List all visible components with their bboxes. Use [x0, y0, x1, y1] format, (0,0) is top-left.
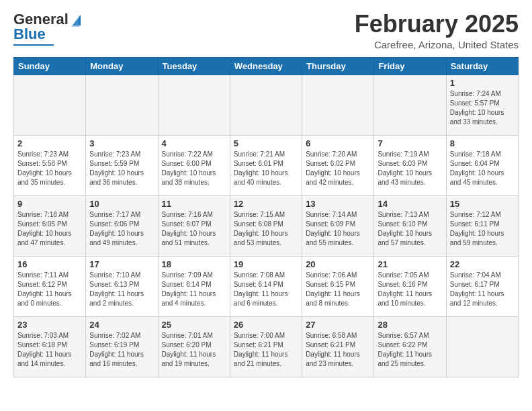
calendar-day-cell: 1Sunrise: 7:24 AM Sunset: 5:57 PM Daylig…	[446, 75, 518, 135]
day-info: Sunrise: 7:21 AM Sunset: 6:01 PM Dayligh…	[234, 150, 298, 187]
day-info: Sunrise: 7:11 AM Sunset: 6:12 PM Dayligh…	[17, 271, 82, 308]
calendar-day-cell: 27Sunrise: 6:58 AM Sunset: 6:21 PM Dayli…	[302, 316, 374, 377]
col-thursday: Thursday	[302, 57, 374, 75]
calendar-day-cell: 2Sunrise: 7:23 AM Sunset: 5:58 PM Daylig…	[14, 135, 86, 195]
calendar-day-cell: 5Sunrise: 7:21 AM Sunset: 6:01 PM Daylig…	[230, 135, 302, 195]
empty-cell	[158, 75, 230, 135]
day-number: 14	[378, 199, 442, 209]
calendar-day-cell: 23Sunrise: 7:03 AM Sunset: 6:18 PM Dayli…	[14, 316, 86, 377]
empty-cell	[86, 75, 158, 135]
empty-cell	[374, 75, 446, 135]
calendar-day-cell: 18Sunrise: 7:09 AM Sunset: 6:14 PM Dayli…	[158, 256, 230, 316]
day-info: Sunrise: 7:22 AM Sunset: 6:00 PM Dayligh…	[162, 150, 226, 187]
day-info: Sunrise: 7:01 AM Sunset: 6:20 PM Dayligh…	[162, 331, 226, 369]
title-block: February 2025 Carefree, Arizona, United …	[355, 11, 519, 50]
day-info: Sunrise: 7:08 AM Sunset: 6:14 PM Dayligh…	[234, 271, 298, 308]
calendar-day-cell: 20Sunrise: 7:06 AM Sunset: 6:15 PM Dayli…	[302, 256, 374, 316]
empty-cell	[446, 316, 518, 377]
day-info: Sunrise: 6:57 AM Sunset: 6:22 PM Dayligh…	[378, 331, 442, 369]
day-number: 5	[234, 138, 298, 148]
calendar-day-cell: 21Sunrise: 7:05 AM Sunset: 6:16 PM Dayli…	[374, 256, 446, 316]
day-number: 20	[306, 259, 370, 269]
day-info: Sunrise: 7:09 AM Sunset: 6:14 PM Dayligh…	[162, 271, 226, 308]
calendar-subtitle: Carefree, Arizona, United States	[355, 39, 519, 50]
col-saturday: Saturday	[446, 57, 518, 75]
day-number: 23	[17, 320, 82, 330]
calendar-day-cell: 17Sunrise: 7:10 AM Sunset: 6:13 PM Dayli…	[86, 256, 158, 316]
calendar-day-cell: 19Sunrise: 7:08 AM Sunset: 6:14 PM Dayli…	[230, 256, 302, 316]
day-info: Sunrise: 7:24 AM Sunset: 5:57 PM Dayligh…	[450, 89, 515, 127]
calendar-day-cell: 15Sunrise: 7:12 AM Sunset: 6:11 PM Dayli…	[446, 195, 518, 256]
col-sunday: Sunday	[14, 57, 86, 75]
calendar-day-cell: 26Sunrise: 7:00 AM Sunset: 6:21 PM Dayli…	[230, 316, 302, 377]
calendar-day-cell: 3Sunrise: 7:23 AM Sunset: 5:59 PM Daylig…	[86, 135, 158, 195]
day-info: Sunrise: 7:18 AM Sunset: 6:05 PM Dayligh…	[17, 210, 82, 248]
calendar-table: Sunday Monday Tuesday Wednesday Thursday…	[13, 57, 519, 377]
day-info: Sunrise: 6:58 AM Sunset: 6:21 PM Dayligh…	[306, 331, 370, 369]
empty-cell	[302, 75, 374, 135]
day-number: 17	[89, 259, 154, 269]
calendar-day-cell: 14Sunrise: 7:13 AM Sunset: 6:10 PM Dayli…	[374, 195, 446, 256]
calendar-day-cell: 7Sunrise: 7:19 AM Sunset: 6:03 PM Daylig…	[374, 135, 446, 195]
day-number: 28	[378, 320, 442, 330]
day-number: 1	[450, 78, 515, 88]
day-number: 25	[162, 320, 226, 330]
calendar-week-row: 2Sunrise: 7:23 AM Sunset: 5:58 PM Daylig…	[14, 135, 519, 195]
col-monday: Monday	[86, 57, 158, 75]
day-info: Sunrise: 7:05 AM Sunset: 6:16 PM Dayligh…	[378, 271, 442, 308]
calendar-week-row: 1Sunrise: 7:24 AM Sunset: 5:57 PM Daylig…	[14, 75, 519, 135]
day-number: 16	[17, 259, 82, 269]
day-info: Sunrise: 7:03 AM Sunset: 6:18 PM Dayligh…	[17, 331, 82, 369]
calendar-week-row: 9Sunrise: 7:18 AM Sunset: 6:05 PM Daylig…	[14, 195, 519, 256]
calendar-day-cell: 13Sunrise: 7:14 AM Sunset: 6:09 PM Dayli…	[302, 195, 374, 256]
calendar-day-cell: 28Sunrise: 6:57 AM Sunset: 6:22 PM Dayli…	[374, 316, 446, 377]
calendar-day-cell: 6Sunrise: 7:20 AM Sunset: 6:02 PM Daylig…	[302, 135, 374, 195]
logo-blue: Blue	[13, 26, 46, 43]
day-info: Sunrise: 7:04 AM Sunset: 6:17 PM Dayligh…	[450, 271, 515, 308]
day-info: Sunrise: 7:15 AM Sunset: 6:08 PM Dayligh…	[234, 210, 298, 248]
calendar-day-cell: 25Sunrise: 7:01 AM Sunset: 6:20 PM Dayli…	[158, 316, 230, 377]
day-info: Sunrise: 7:19 AM Sunset: 6:03 PM Dayligh…	[378, 150, 442, 187]
day-number: 21	[378, 259, 442, 269]
calendar-day-cell: 9Sunrise: 7:18 AM Sunset: 6:05 PM Daylig…	[14, 195, 86, 256]
day-info: Sunrise: 7:13 AM Sunset: 6:10 PM Dayligh…	[378, 210, 442, 248]
day-number: 26	[234, 320, 298, 330]
col-friday: Friday	[374, 57, 446, 75]
day-number: 11	[162, 199, 226, 209]
calendar-title: February 2025	[355, 11, 519, 38]
calendar-day-cell: 12Sunrise: 7:15 AM Sunset: 6:08 PM Dayli…	[230, 195, 302, 256]
calendar-day-cell: 16Sunrise: 7:11 AM Sunset: 6:12 PM Dayli…	[14, 256, 86, 316]
day-number: 3	[89, 138, 154, 148]
day-info: Sunrise: 7:16 AM Sunset: 6:07 PM Dayligh…	[162, 210, 226, 248]
day-info: Sunrise: 7:00 AM Sunset: 6:21 PM Dayligh…	[234, 331, 298, 369]
day-number: 7	[378, 138, 442, 148]
logo-icon	[70, 12, 83, 27]
day-number: 19	[234, 259, 298, 269]
col-tuesday: Tuesday	[158, 57, 230, 75]
day-info: Sunrise: 7:14 AM Sunset: 6:09 PM Dayligh…	[306, 210, 370, 248]
day-number: 6	[306, 138, 370, 148]
day-number: 8	[450, 138, 515, 148]
day-number: 18	[162, 259, 226, 269]
logo: General Blue	[13, 11, 83, 46]
day-info: Sunrise: 7:23 AM Sunset: 5:59 PM Dayligh…	[89, 150, 154, 187]
calendar-week-row: 16Sunrise: 7:11 AM Sunset: 6:12 PM Dayli…	[14, 256, 519, 316]
day-info: Sunrise: 7:23 AM Sunset: 5:58 PM Dayligh…	[17, 150, 82, 187]
calendar-day-cell: 22Sunrise: 7:04 AM Sunset: 6:17 PM Dayli…	[446, 256, 518, 316]
day-info: Sunrise: 7:17 AM Sunset: 6:06 PM Dayligh…	[89, 210, 154, 248]
day-info: Sunrise: 7:06 AM Sunset: 6:15 PM Dayligh…	[306, 271, 370, 308]
calendar-day-cell: 8Sunrise: 7:18 AM Sunset: 6:04 PM Daylig…	[446, 135, 518, 195]
day-info: Sunrise: 7:12 AM Sunset: 6:11 PM Dayligh…	[450, 210, 515, 248]
day-number: 10	[89, 199, 154, 209]
logo-underline	[13, 44, 54, 46]
calendar-header-row: Sunday Monday Tuesday Wednesday Thursday…	[14, 57, 519, 75]
day-info: Sunrise: 7:02 AM Sunset: 6:19 PM Dayligh…	[89, 331, 154, 369]
day-number: 4	[162, 138, 226, 148]
empty-cell	[14, 75, 86, 135]
svg-marker-1	[71, 16, 79, 27]
day-number: 24	[89, 320, 154, 330]
day-number: 13	[306, 199, 370, 209]
day-number: 15	[450, 199, 515, 209]
day-number: 9	[17, 199, 82, 209]
calendar-week-row: 23Sunrise: 7:03 AM Sunset: 6:18 PM Dayli…	[14, 316, 519, 377]
